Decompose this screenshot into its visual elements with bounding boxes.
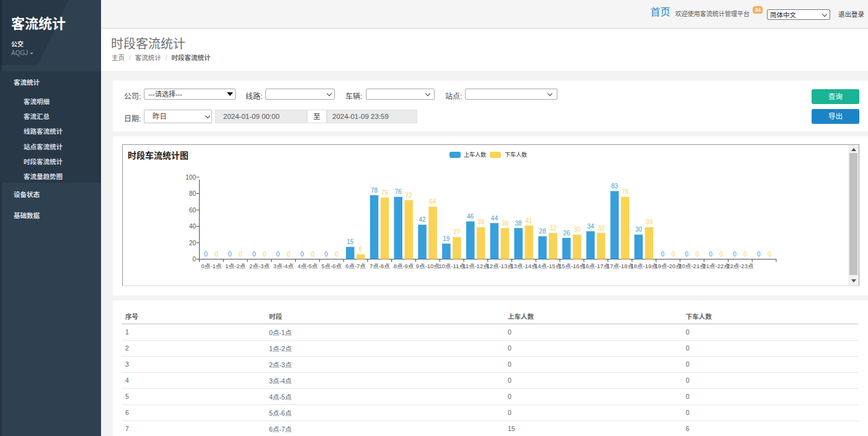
svg-text:76: 76: [622, 188, 629, 195]
svg-text:30: 30: [635, 226, 642, 233]
svg-text:32: 32: [598, 225, 605, 232]
svg-text:17点-18点: 17点-18点: [606, 263, 634, 269]
svg-text:0: 0: [204, 251, 208, 258]
svg-text:13点-14点: 13点-14点: [510, 263, 538, 269]
svg-text:39: 39: [645, 219, 653, 225]
svg-text:0: 0: [757, 251, 761, 258]
svg-text:60: 60: [189, 207, 197, 214]
svg-text:26: 26: [563, 230, 570, 237]
svg-text:0: 0: [263, 251, 267, 258]
svg-text:20: 20: [189, 240, 197, 246]
svg-text:0点-1点: 0点-1点: [202, 263, 222, 269]
svg-text:39: 39: [477, 219, 485, 225]
svg-text:0: 0: [720, 251, 724, 258]
svg-text:0: 0: [324, 251, 328, 258]
svg-text:11点-12点: 11点-12点: [463, 263, 489, 269]
svg-text:0: 0: [685, 251, 689, 258]
svg-text:2点-3点: 2点-3点: [249, 263, 270, 269]
svg-text:46: 46: [467, 213, 474, 220]
svg-text:0: 0: [192, 256, 196, 263]
svg-text:38: 38: [502, 220, 509, 227]
svg-text:0: 0: [228, 251, 232, 258]
svg-text:34: 34: [587, 223, 595, 230]
svg-text:0: 0: [696, 251, 699, 258]
svg-text:9点-10点: 9点-10点: [416, 263, 440, 269]
svg-text:0: 0: [733, 251, 737, 258]
svg-text:100: 100: [185, 174, 196, 181]
svg-text:64: 64: [430, 198, 437, 205]
svg-text:19: 19: [443, 235, 450, 242]
svg-text:15: 15: [347, 238, 354, 245]
svg-text:15点-16点: 15点-16点: [559, 263, 586, 269]
svg-text:18点-19点: 18点-19点: [631, 263, 658, 269]
svg-text:38: 38: [515, 220, 523, 227]
svg-text:7点-8点: 7点-8点: [370, 263, 390, 269]
svg-text:0: 0: [287, 251, 291, 258]
svg-text:0: 0: [239, 251, 242, 258]
svg-text:27: 27: [453, 229, 461, 235]
svg-text:32: 32: [549, 225, 557, 232]
svg-text:5点-6点: 5点-6点: [321, 263, 342, 269]
svg-text:0: 0: [277, 251, 280, 258]
svg-text:40: 40: [189, 223, 197, 230]
svg-text:78: 78: [371, 187, 378, 194]
svg-text:22点-23点: 22点-23点: [727, 263, 754, 269]
svg-text:28: 28: [539, 228, 546, 235]
svg-text:0: 0: [215, 251, 218, 258]
svg-text:8点-9点: 8点-9点: [394, 263, 414, 269]
svg-text:72: 72: [405, 192, 413, 199]
svg-text:21点-22点: 21点-22点: [702, 263, 730, 269]
svg-text:42: 42: [419, 216, 427, 223]
svg-text:0: 0: [743, 251, 747, 258]
svg-text:76: 76: [395, 188, 402, 195]
svg-text:10点-11点: 10点-11点: [438, 263, 465, 269]
svg-text:0: 0: [709, 251, 713, 258]
svg-text:3点-4点: 3点-4点: [273, 263, 294, 269]
svg-text:83: 83: [611, 183, 619, 190]
svg-text:41: 41: [526, 217, 533, 224]
svg-text:0: 0: [311, 251, 314, 258]
svg-text:0: 0: [335, 251, 339, 258]
svg-text:0: 0: [661, 251, 665, 258]
svg-text:0: 0: [768, 251, 771, 258]
svg-text:20点-21点: 20点-21点: [679, 263, 706, 269]
svg-text:14点-15点: 14点-15点: [534, 263, 562, 269]
svg-text:0: 0: [252, 251, 256, 258]
svg-text:44: 44: [491, 215, 498, 222]
svg-text:0: 0: [671, 251, 675, 258]
svg-text:30: 30: [574, 226, 581, 233]
svg-text:4点-5点: 4点-5点: [298, 263, 318, 269]
svg-text:75: 75: [381, 190, 389, 196]
svg-text:6点-7点: 6点-7点: [345, 263, 366, 269]
svg-text:80: 80: [189, 190, 197, 197]
svg-text:16点-17点: 16点-17点: [583, 263, 610, 269]
svg-text:12点-13点: 12点-13点: [486, 263, 513, 269]
svg-text:6: 6: [359, 246, 363, 253]
svg-text:0: 0: [300, 251, 304, 258]
svg-text:1点-2点: 1点-2点: [225, 263, 246, 269]
svg-text:19点-20点: 19点-20点: [655, 263, 682, 269]
